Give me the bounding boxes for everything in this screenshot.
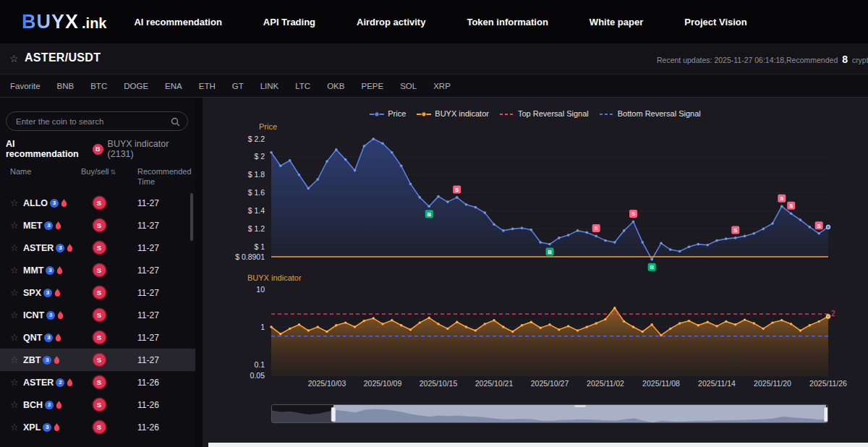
signal-cell: S: [81, 197, 117, 209]
flame-icon: [56, 401, 62, 409]
sidebar-scrollbar[interactable]: [190, 193, 193, 241]
col-buysell[interactable]: Buy/sell⇅: [81, 167, 119, 187]
search-input[interactable]: [7, 112, 187, 130]
tab-link[interactable]: LINK: [260, 82, 279, 90]
col-recommended-time[interactable]: Recommended Time: [119, 167, 191, 187]
price-axis-title: Price: [259, 122, 277, 131]
table-row[interactable]: ☆QNT3S11-27: [0, 326, 195, 349]
coin-name: ALLO: [23, 198, 48, 208]
pair-favorite-star-icon[interactable]: ☆: [9, 53, 19, 64]
tab-doge[interactable]: DOGE: [124, 82, 148, 90]
nav-item-ai-recommendation[interactable]: AI recommendation: [134, 17, 221, 27]
search-icon[interactable]: [171, 117, 180, 127]
datazoom-slider[interactable]: [271, 404, 828, 423]
slider-move-handle[interactable]: [574, 405, 586, 407]
star-icon[interactable]: ☆: [10, 220, 23, 231]
table-row[interactable]: ☆MET3S11-27: [0, 214, 195, 237]
sort-icon[interactable]: ⇅: [111, 169, 116, 176]
nav-item-project-vision[interactable]: Project Vision: [684, 17, 746, 27]
tab-bnb[interactable]: BNB: [57, 82, 75, 90]
table-row[interactable]: ☆MMT3S11-27: [0, 259, 195, 281]
legend-buyx-indicator[interactable]: BUYX indicator: [417, 107, 489, 120]
star-icon[interactable]: ☆: [10, 332, 23, 343]
ai-recommendation-row: AI recommendation B BUYX indicator (2131…: [6, 139, 195, 159]
count-badge: 3: [43, 356, 51, 365]
coin-name-cell: XPL3: [23, 422, 81, 433]
signal-cell: S: [81, 242, 117, 254]
star-icon[interactable]: ☆: [10, 197, 23, 208]
slider-right-handle[interactable]: [824, 407, 828, 422]
flame-icon: [55, 333, 61, 341]
coin-name: MET: [23, 221, 42, 231]
legend-label: Price: [388, 109, 406, 118]
star-icon[interactable]: ☆: [10, 377, 23, 388]
logo[interactable]: BUYX .ink: [22, 11, 106, 33]
flame-icon: [67, 378, 73, 386]
nav-item-token-information[interactable]: Token information: [467, 17, 548, 27]
signal-badge: S: [93, 399, 106, 411]
nav-item-api-trading[interactable]: API Trading: [263, 17, 315, 27]
table-row[interactable]: ☆BCH3S11-26: [0, 393, 195, 416]
table-row[interactable]: ☆XPL3S11-26: [0, 416, 195, 438]
ai-recommendation-label: AI recommendation: [6, 139, 88, 159]
tab-pepe[interactable]: PEPE: [361, 82, 383, 90]
recommended-time: 11-26: [117, 422, 190, 433]
signal-badge: S: [93, 376, 106, 388]
signal-badge: S: [93, 354, 106, 366]
star-icon[interactable]: ☆: [10, 354, 23, 365]
col-name: Name: [10, 167, 81, 187]
nav-item-airdrop-activity[interactable]: Airdrop activity: [357, 17, 425, 27]
table-row[interactable]: ☆ALLO3S11-27: [0, 192, 195, 214]
svg-text:S: S: [733, 227, 737, 234]
table-row[interactable]: ☆ICNT3S11-27: [0, 304, 195, 326]
table-header: Name Buy/sell⇅ Recommended Time: [0, 167, 195, 187]
svg-text:S: S: [817, 223, 821, 229]
coin-tabs-bar: FavoriteBNBBTCDOGEENAETHGTLINKLTCOKBPEPE…: [0, 74, 868, 98]
coin-name-cell: ICNT3: [23, 310, 81, 320]
tab-okb[interactable]: OKB: [327, 82, 344, 90]
sidebar: AI recommendation B BUYX indicator (2131…: [0, 98, 195, 447]
count-badge: 3: [46, 311, 55, 320]
coin-name: ZBT: [23, 355, 41, 365]
tab-eth[interactable]: ETH: [199, 82, 216, 90]
star-icon[interactable]: ☆: [10, 287, 23, 298]
signal-cell: S: [81, 376, 117, 388]
tab-favorite[interactable]: Favorite: [10, 82, 41, 90]
signal-badge: S: [93, 219, 106, 231]
coin-name: QNT: [23, 333, 42, 343]
star-icon[interactable]: ☆: [10, 399, 23, 410]
legend-bottom-reversal-signal[interactable]: Bottom Reversal Signal: [600, 107, 701, 120]
indicator-axis-title: BUYX indicator: [247, 273, 302, 282]
table-row[interactable]: ☆SPX3S11-27: [0, 281, 195, 304]
table-row[interactable]: ☆ZBT3S11-27: [0, 349, 195, 371]
legend-price[interactable]: Price: [370, 107, 406, 120]
coin-name: ASTER: [23, 243, 54, 253]
svg-text:2025/11/26: 2025/11/26: [809, 379, 847, 388]
star-icon[interactable]: ☆: [10, 310, 23, 320]
recent-updates-text: Recent updates: 2025-11-27 06:14:18,Reco…: [657, 54, 868, 65]
table-row[interactable]: ☆ASTER2S11-26: [0, 371, 195, 393]
coin-name-cell: QNT3: [23, 333, 81, 343]
nav-item-white-paper[interactable]: White paper: [590, 17, 643, 27]
star-icon[interactable]: ☆: [10, 422, 23, 433]
star-icon[interactable]: ☆: [10, 265, 23, 276]
svg-text:S: S: [789, 203, 793, 209]
svg-text:S: S: [455, 187, 459, 193]
legend-top-reversal-signal[interactable]: Top Reversal Signal: [500, 107, 589, 120]
tab-sol[interactable]: SOL: [400, 82, 417, 90]
slider-left-handle[interactable]: [331, 407, 336, 422]
signal-badge: S: [93, 242, 106, 254]
coin-name-cell: ASTER2: [23, 378, 81, 388]
star-icon[interactable]: ☆: [10, 242, 23, 253]
signal-badge: S: [93, 264, 106, 276]
recommended-time: 11-26: [117, 378, 190, 388]
tab-xrp[interactable]: XRP: [433, 82, 451, 90]
table-row[interactable]: ☆ASTER3S11-27: [0, 237, 195, 259]
coin-name-cell: MET3: [23, 221, 81, 231]
tab-gt[interactable]: GT: [232, 82, 244, 90]
tab-ena[interactable]: ENA: [165, 82, 182, 90]
svg-text:$ 2.2: $ 2.2: [248, 135, 265, 143]
tab-ltc[interactable]: LTC: [295, 82, 310, 90]
tab-btc[interactable]: BTC: [90, 82, 107, 90]
logo-suffix-text: .ink: [82, 15, 106, 32]
